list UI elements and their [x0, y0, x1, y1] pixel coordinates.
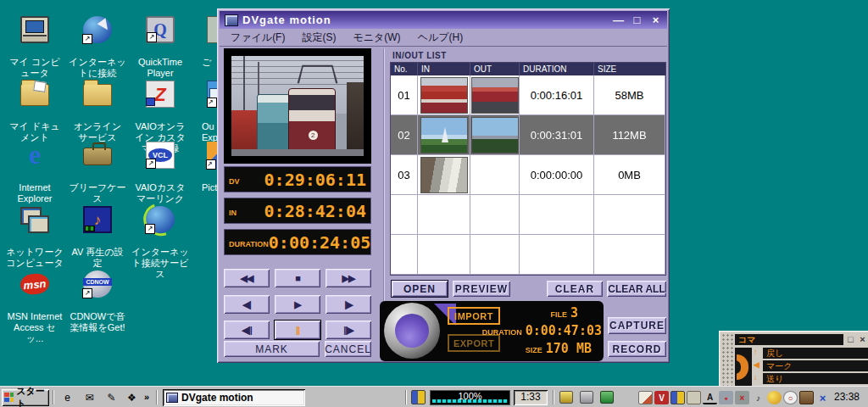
row1-out-cell[interactable]: [470, 75, 520, 115]
tray-jogdial-icon[interactable]: [767, 391, 782, 404]
col-header-no: No.: [391, 63, 418, 75]
tray-antivirus-icon[interactable]: V: [654, 391, 669, 404]
tray-wallet-icon[interactable]: [799, 391, 814, 404]
desktop-icon-quicktime[interactable]: Q QuickTime Player: [131, 5, 190, 79]
tray-clock-utility-icon[interactable]: ○: [783, 391, 798, 404]
row3-duration[interactable]: 0:00:00:00: [520, 155, 594, 195]
row2-size[interactable]: 112MB: [594, 115, 665, 155]
pause-button[interactable]: ||: [275, 321, 320, 339]
jog-item-mark[interactable]: マーク: [763, 360, 868, 371]
row1-duration[interactable]: 0:00:16:01: [520, 75, 594, 115]
jog-item-back[interactable]: 戻し: [763, 348, 868, 359]
jog-restore-button[interactable]: □: [845, 334, 856, 345]
jog-knob[interactable]: [384, 303, 440, 359]
menu-monitor[interactable]: モニタ(W): [344, 29, 409, 46]
desktop-icon-cdnow[interactable]: CDNOW CDNOWで音楽情報をGet!: [68, 259, 127, 333]
duration-value: 0:00:24:05: [269, 232, 370, 253]
desktop-icon-briefcase[interactable]: ブリーフケース: [68, 131, 127, 204]
frame-forward-button[interactable]: ||▶: [326, 321, 371, 339]
menu-file[interactable]: ファイル(F): [222, 29, 293, 46]
quicklaunch-show-desktop[interactable]: ✎: [103, 390, 120, 404]
menu-help[interactable]: ヘルプ(H): [409, 29, 472, 46]
jog-item-forward[interactable]: 送り: [763, 373, 868, 384]
export-mode-button[interactable]: EXPORT: [448, 334, 500, 352]
row2-out-cell[interactable]: [470, 115, 520, 155]
desktop-icon-internet-service[interactable]: インターネット接続サービス: [131, 195, 190, 280]
total-duration-value: 0:00:47:03: [526, 323, 602, 338]
minimize-button[interactable]: —: [612, 13, 625, 28]
row2-in-cell[interactable]: [418, 115, 470, 155]
internet-service-icon: [146, 206, 175, 233]
desktop-icon-msn[interactable]: msn MSN Internet Access セッ...: [5, 259, 64, 344]
ac-power-icon[interactable]: [559, 391, 573, 404]
down-arrow-icon: ↓: [754, 373, 762, 382]
frame-back-button[interactable]: ◀||: [224, 321, 270, 339]
dv-value: 0:29:06:11: [264, 170, 366, 190]
clear-all-button[interactable]: CLEAR ALL: [607, 281, 666, 297]
tray-camera-icon[interactable]: ●: [719, 391, 733, 404]
row3-size[interactable]: 0MB: [594, 155, 665, 195]
quicklaunch-internet-explorer[interactable]: e: [59, 390, 75, 404]
close-button[interactable]: ×: [649, 13, 662, 28]
menu-settings[interactable]: 設定(S): [293, 29, 344, 46]
clear-button[interactable]: CLEAR: [547, 281, 603, 297]
start-button[interactable]: スタート: [2, 389, 49, 406]
tray-volume-icon[interactable]: ♪: [751, 391, 765, 404]
dvgate-app-icon: [225, 14, 238, 26]
row1-in-cell[interactable]: [418, 75, 470, 115]
vcl-icon: VCL: [146, 142, 175, 169]
title-bar[interactable]: DVgate motion — □ ×: [220, 11, 667, 29]
play-button[interactable]: ▶: [275, 295, 320, 314]
tray-display-error-icon[interactable]: ×: [735, 391, 749, 404]
taskbar-task-dvgate[interactable]: DVgate motion: [163, 389, 305, 406]
row2-duration[interactable]: 0:00:31:01: [520, 115, 594, 155]
row2-no[interactable]: 02: [391, 115, 418, 155]
total-size-label: SIZE: [526, 346, 542, 354]
stop-button[interactable]: ■: [275, 269, 320, 287]
row1-in-thumbnail: [420, 77, 468, 114]
fast-forward-button[interactable]: ▶▶: [326, 269, 371, 287]
desktop-icon-my-computer[interactable]: マイ コンピュータ: [5, 5, 64, 79]
row3-in-cell[interactable]: [418, 155, 470, 195]
capture-button[interactable]: CAPTURE: [608, 317, 666, 334]
quicklaunch-channels[interactable]: ❖: [124, 390, 140, 404]
tray-ime-icon[interactable]: A: [703, 391, 717, 404]
mark-button[interactable]: MARK: [224, 341, 320, 357]
power-profile-icon[interactable]: [580, 391, 593, 404]
preview-button[interactable]: PREVIEW: [453, 281, 510, 297]
scene-forward-button[interactable]: |▶: [326, 295, 371, 314]
maximize-button[interactable]: □: [631, 13, 643, 28]
row3-no[interactable]: 03: [391, 155, 418, 195]
internet-explorer-icon: e: [20, 142, 49, 169]
desktop-icon-vaio-customer-link[interactable]: VCL VAIOカスタマーリンク: [131, 131, 190, 204]
tray-battery-icon[interactable]: [670, 391, 685, 404]
quicklaunch-overflow-chevron[interactable]: »: [144, 392, 149, 402]
inout-list-title: IN/OUT LIST: [392, 51, 447, 60]
jog-close-button[interactable]: ×: [857, 334, 868, 345]
record-button[interactable]: RECORD: [608, 341, 666, 357]
col-header-in: IN: [418, 63, 470, 75]
rewind-button[interactable]: ◀◀: [224, 269, 270, 287]
desktop-icon-av-playback[interactable]: ♪ AV 再生の設定: [68, 195, 127, 269]
row3-out-cell[interactable]: [470, 155, 520, 195]
import-mode-button[interactable]: IMPORT: [448, 307, 500, 325]
cancel-button[interactable]: CANCEL: [325, 341, 371, 357]
scene-back-button[interactable]: ◀|: [224, 295, 270, 314]
tray-scissors-icon[interactable]: ×: [815, 391, 830, 404]
tray-clipboard-icon[interactable]: [687, 391, 701, 404]
jog-window-title: コマ: [735, 334, 843, 345]
desktop-icon-network-computer[interactable]: ネットワーク コンピュータ: [5, 195, 64, 269]
suspend-icon[interactable]: [600, 391, 614, 404]
vaio-register-icon: Z: [146, 81, 175, 108]
row1-no[interactable]: 01: [391, 75, 418, 115]
desktop-icon-connect-internet[interactable]: インターネットに接続: [68, 5, 127, 79]
grip-handle[interactable]: [721, 333, 733, 387]
desktop-icon-internet-explorer[interactable]: e Internet Explorer: [5, 131, 64, 204]
quicklaunch-outlook-express[interactable]: ✉: [81, 390, 97, 404]
msn-icon: msn: [19, 273, 50, 296]
battery-meter[interactable]: 100%: [430, 390, 510, 405]
row1-size[interactable]: 58MB: [594, 75, 665, 115]
jog-dial-graphic[interactable]: [735, 348, 752, 387]
open-button[interactable]: OPEN: [392, 281, 448, 297]
tray-scheduler-icon[interactable]: [638, 391, 653, 404]
